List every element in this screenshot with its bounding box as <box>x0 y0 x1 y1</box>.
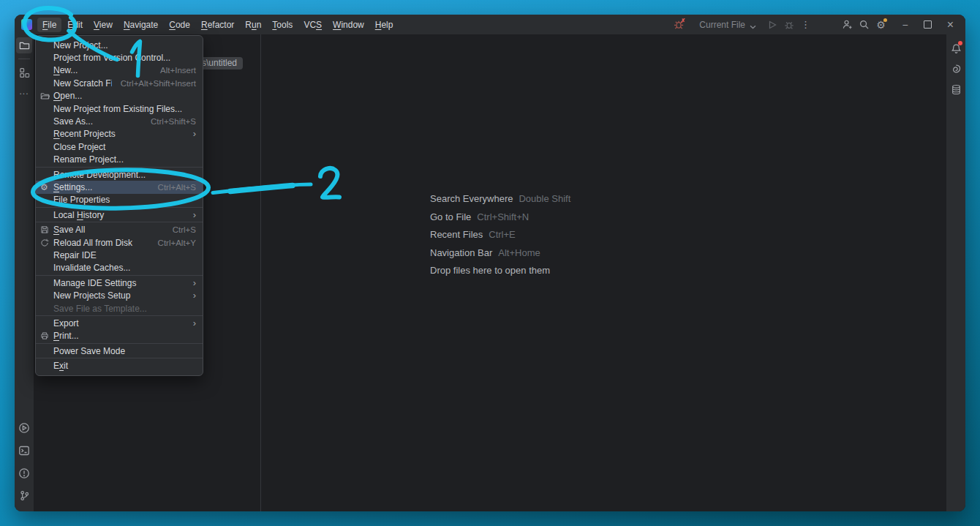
menu-tools[interactable]: Tools <box>267 18 298 32</box>
menu-item-open[interactable]: Open... <box>36 90 203 102</box>
submenu-arrow-icon: › <box>193 292 196 299</box>
menu-edit[interactable]: Edit <box>62 18 88 32</box>
menu-item-label: Save All <box>53 225 164 235</box>
menu-run[interactable]: Run <box>240 18 266 32</box>
menu-item-shortcut: Ctrl+S <box>173 225 196 234</box>
menu-item-save-as[interactable]: Save As...Ctrl+Shift+S <box>36 115 203 127</box>
menu-item-power-save-mode[interactable]: Power Save Mode <box>36 345 203 357</box>
menu-item-label: Repair IDE <box>53 250 196 260</box>
menu-item-local-history[interactable]: Local History› <box>36 208 203 221</box>
icon-gutter <box>40 40 53 50</box>
maximize-icon[interactable] <box>919 15 936 34</box>
menu-item-label: Local History <box>53 210 184 220</box>
settings-gear-icon[interactable]: ⚙ <box>872 15 889 34</box>
icon-gutter <box>40 263 53 273</box>
run-tool-icon[interactable] <box>18 422 30 437</box>
shortcut-hint-drop-files-here-to-open-them: Drop files here to open them <box>430 265 570 283</box>
menu-item-print[interactable]: Print... <box>36 330 203 342</box>
menu-separator <box>36 358 203 358</box>
menu-separator <box>36 275 203 276</box>
menu-item-invalidate-caches[interactable]: Invalidate Caches... <box>36 262 203 274</box>
menu-item-label: Save File as Template... <box>53 304 196 314</box>
debugger-muted-icon[interactable]: ✗ <box>671 15 687 34</box>
menu-item-label: New Projects Setup <box>53 290 184 301</box>
icon-gutter <box>40 142 53 152</box>
menu-refactor[interactable]: Refactor <box>196 18 239 32</box>
menu-window[interactable]: Window <box>328 18 369 32</box>
menu-separator <box>36 167 203 168</box>
menu-item-exit[interactable]: Exit <box>36 359 203 372</box>
menu-item-remote-development[interactable]: Remote Development... <box>36 168 203 181</box>
ide-window: FileEditViewNavigateCodeRefactorRunTools… <box>15 15 965 511</box>
close-icon[interactable]: × <box>942 15 959 34</box>
run-icon[interactable] <box>764 15 780 34</box>
menu-navigate[interactable]: Navigate <box>118 18 163 32</box>
title-bar-right: ✗ Current File ⋮ ⚙ − <box>671 15 965 34</box>
menu-item-settings[interactable]: ⚙Settings...Ctrl+Alt+S <box>36 181 203 193</box>
menu-code[interactable]: Code <box>164 18 195 32</box>
run-config-select[interactable]: Current File <box>699 20 745 30</box>
submenu-arrow-icon: › <box>193 279 196 287</box>
menu-item-save-all[interactable]: Save AllCtrl+S <box>36 223 203 236</box>
terminal-icon[interactable] <box>18 445 30 459</box>
menu-item-close-project[interactable]: Close Project <box>36 140 203 153</box>
menu-item-project-from-version-control[interactable]: Project from Version Control... <box>36 51 203 64</box>
menu-item-reload-all-from-disk[interactable]: Reload All from DiskCtrl+Alt+Y <box>36 236 203 249</box>
menu-item-export[interactable]: Export› <box>36 317 203 329</box>
shortcut-hint-keys: Ctrl+E <box>489 229 515 240</box>
pycharm-logo-icon[interactable] <box>21 19 32 30</box>
problems-icon[interactable] <box>18 467 30 482</box>
menu-file[interactable]: File <box>37 18 61 32</box>
submenu-arrow-icon: › <box>193 130 196 138</box>
panel-divider[interactable] <box>260 34 261 511</box>
more-vertical-icon[interactable]: ⋮ <box>797 15 814 34</box>
menu-item-repair-ide[interactable]: Repair IDE <box>36 249 203 261</box>
shortcut-hint-label: Recent Files <box>430 229 483 240</box>
add-user-icon[interactable] <box>839 15 856 34</box>
menu-help[interactable]: Help <box>370 18 399 32</box>
menu-separator <box>36 315 203 316</box>
icon-gutter <box>40 78 53 89</box>
printer-icon <box>40 331 53 341</box>
menu-item-new-project-from-existing-files[interactable]: New Project from Existing Files... <box>36 102 203 115</box>
more-tool-windows-icon[interactable]: ... <box>16 83 32 99</box>
menu-item-new-scratch-file[interactable]: New Scratch FileCtrl+Alt+Shift+Insert <box>36 77 203 89</box>
settings-notification-dot <box>883 18 887 22</box>
icon-gutter <box>40 170 53 180</box>
menu-item-new-projects-setup[interactable]: New Projects Setup› <box>36 289 203 301</box>
shortcut-hint-label: Navigation Bar <box>430 247 492 258</box>
menu-view[interactable]: View <box>88 18 118 32</box>
menu-bar-items: FileEditViewNavigateCodeRefactorRunTools… <box>37 18 398 32</box>
menu-item-file-properties[interactable]: File Properties <box>36 194 203 206</box>
toolbar-separator <box>18 59 30 59</box>
menu-item-new[interactable]: New...Alt+Insert <box>36 64 203 77</box>
database-icon[interactable] <box>948 81 964 97</box>
debug-icon[interactable] <box>780 15 797 34</box>
project-tree-selected-item[interactable]: s\untitled <box>199 57 243 69</box>
menu-item-rename-project[interactable]: Rename Project... <box>36 154 203 166</box>
minimize-icon[interactable]: − <box>897 15 913 34</box>
icon-gutter <box>40 361 53 371</box>
menu-vcs[interactable]: VCS <box>298 18 327 32</box>
ai-assistant-icon[interactable] <box>948 61 964 77</box>
menu-item-save-file-as-template[interactable]: Save File as Template... <box>36 302 203 315</box>
shortcut-hint-keys: Double Shift <box>519 193 570 204</box>
menu-separator <box>36 222 203 222</box>
notifications-bell-icon[interactable] <box>948 40 964 56</box>
folder-open-icon <box>40 91 53 101</box>
search-icon[interactable] <box>856 15 872 34</box>
menu-item-manage-ide-settings[interactable]: Manage IDE Settings› <box>36 277 203 289</box>
menu-item-new-project[interactable]: New Project... <box>36 39 203 51</box>
menu-item-label: Rename Project... <box>53 154 196 165</box>
icon-gutter <box>40 304 53 314</box>
project-folder-icon[interactable] <box>16 37 32 53</box>
menu-item-recent-projects[interactable]: Recent Projects› <box>36 128 203 140</box>
structure-icon[interactable] <box>16 64 32 80</box>
icon-gutter <box>40 116 53 127</box>
menu-item-label: New Scratch File <box>53 78 112 89</box>
git-branch-icon[interactable] <box>19 490 30 504</box>
menu-item-label: Settings... <box>53 182 149 192</box>
menu-item-label: Print... <box>53 331 196 341</box>
menu-item-label: File Properties <box>53 195 196 205</box>
icon-gutter <box>40 154 53 165</box>
